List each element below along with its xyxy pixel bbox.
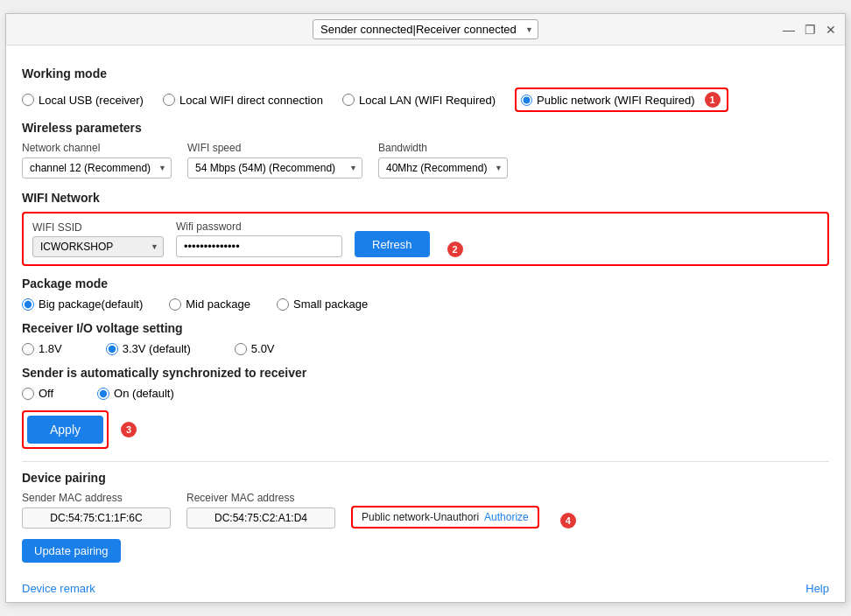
bandwidth-select-wrap[interactable]: 40Mhz (Recommend) — [378, 158, 508, 178]
voltage-section: Receiver I/O voltage setting 1.8V 3.3V (… — [22, 321, 829, 355]
ssid-select-wrap[interactable]: ICWORKSHOP — [32, 236, 164, 257]
voltage-3v3[interactable]: 3.3V (default) — [106, 342, 191, 355]
public-network-label: Public network (WIFI Required) — [537, 94, 695, 107]
wifi-speed-select-wrap[interactable]: 54 Mbps (54M) (Recommend) — [187, 158, 362, 178]
package-mode-title: Package mode — [22, 276, 829, 290]
sync-on[interactable]: On (default) — [97, 387, 174, 400]
update-pairing-button[interactable]: Update pairing — [22, 539, 121, 563]
public-network-radio[interactable] — [521, 94, 532, 106]
bandwidth-select[interactable]: 40Mhz (Recommend) — [378, 158, 508, 178]
device-remark-link[interactable]: Device remark — [22, 582, 95, 595]
wifi-password-input[interactable] — [176, 235, 342, 257]
wireless-param-row: Network channel channel 12 (Recommend) W… — [22, 142, 829, 178]
apply-button[interactable]: Apply — [27, 416, 103, 444]
receiver-mac-input[interactable] — [186, 508, 335, 528]
voltage-title: Receiver I/O voltage setting — [22, 321, 829, 335]
working-mode-local-usb[interactable]: Local USB (receiver) — [22, 94, 144, 107]
local-lan-radio[interactable] — [342, 94, 355, 106]
wifi-password-label: Wifi password — [176, 220, 342, 233]
v33-label: 3.3V (default) — [123, 342, 191, 355]
working-mode-section: Working mode Local USB (receiver) Local … — [22, 66, 829, 112]
working-mode-options: Local USB (receiver) Local WIFI direct c… — [22, 88, 829, 112]
package-mode-options: Big package(default) Mid package Small p… — [22, 298, 829, 311]
minimize-button[interactable]: — — [782, 23, 796, 37]
wifi-speed-label: WIFI speed — [187, 142, 362, 154]
package-mode-section: Package mode Big package(default) Mid pa… — [22, 276, 829, 311]
status-select[interactable]: Sender connected|Receiver connected — [313, 19, 538, 39]
v50-radio[interactable] — [235, 343, 247, 355]
apply-box: Apply — [22, 410, 109, 449]
ssid-field: WIFI SSID ICWORKSHOP — [32, 221, 164, 257]
close-button[interactable]: ✕ — [824, 23, 838, 37]
voltage-options: 1.8V 3.3V (default) 5.0V — [22, 342, 829, 355]
v18-label: 1.8V — [39, 342, 62, 355]
local-usb-radio[interactable] — [22, 94, 34, 106]
local-usb-label: Local USB (receiver) — [39, 94, 144, 107]
auth-status-box: Public network-Unauthori Authorize — [351, 506, 539, 528]
help-link[interactable]: Help — [805, 582, 829, 595]
device-pairing-badge: 4 — [560, 513, 576, 528]
wireless-params-section: Wireless parameters Network channel chan… — [22, 121, 829, 178]
footer: Device remark Help — [6, 578, 845, 602]
voltage-1v8[interactable]: 1.8V — [22, 342, 62, 355]
device-pairing-section: Device pairing Sender MAC address Receiv… — [22, 461, 829, 570]
small-package-label: Small package — [293, 298, 368, 311]
receiver-mac-field: Receiver MAC address — [186, 492, 335, 528]
local-lan-label: Local LAN (WIFI Required) — [359, 94, 496, 107]
sync-off-radio[interactable] — [22, 388, 34, 400]
sync-options: Off On (default) — [22, 387, 829, 400]
main-window: Sender connected|Receiver connected — ❐ … — [5, 13, 846, 603]
sync-section: Sender is automatically synchronized to … — [22, 366, 829, 400]
wifi-network-badge: 2 — [447, 242, 463, 257]
network-channel-select-wrap[interactable]: channel 12 (Recommend) — [22, 158, 172, 178]
refresh-button[interactable]: Refresh — [355, 231, 430, 257]
package-big[interactable]: Big package(default) — [22, 298, 143, 311]
mid-package-radio[interactable] — [169, 298, 181, 311]
status-select-wrap[interactable]: Sender connected|Receiver connected — [313, 19, 538, 39]
v18-radio[interactable] — [22, 343, 34, 355]
bandwidth-field: Bandwidth 40Mhz (Recommend) — [378, 142, 508, 178]
content: Working mode Local USB (receiver) Local … — [6, 46, 845, 578]
auth-status-text: Public network-Unauthori — [362, 511, 479, 523]
sync-on-radio[interactable] — [97, 388, 109, 400]
sender-mac-label: Sender MAC address — [22, 492, 171, 504]
local-wifi-label: Local WIFI direct connection — [179, 94, 323, 107]
titlebar: Sender connected|Receiver connected — ❐ … — [6, 14, 845, 46]
working-mode-public-network-wrapper: Public network (WIFI Required) 1 — [515, 88, 728, 112]
bandwidth-label: Bandwidth — [378, 142, 508, 154]
sync-on-label: On (default) — [114, 387, 174, 400]
package-small[interactable]: Small package — [277, 298, 368, 311]
big-package-radio[interactable] — [22, 298, 34, 311]
sync-off-label: Off — [39, 387, 53, 400]
wifi-speed-select[interactable]: 54 Mbps (54M) (Recommend) — [187, 158, 362, 178]
ssid-label: WIFI SSID — [32, 221, 164, 234]
sync-off[interactable]: Off — [22, 387, 53, 400]
window-controls: — ❐ ✕ — [782, 23, 838, 37]
wifi-speed-field: WIFI speed 54 Mbps (54M) (Recommend) — [187, 142, 362, 178]
wifi-password-field: Wifi password — [176, 220, 342, 257]
apply-badge: 3 — [121, 422, 137, 438]
wireless-params-title: Wireless parameters — [22, 121, 829, 135]
working-mode-title: Working mode — [22, 66, 829, 80]
mac-row: Sender MAC address Receiver MAC address … — [22, 492, 829, 528]
local-wifi-radio[interactable] — [163, 94, 175, 106]
v50-label: 5.0V — [251, 342, 275, 355]
device-pairing-title: Device pairing — [22, 471, 829, 485]
sender-mac-input[interactable] — [22, 508, 171, 528]
maximize-button[interactable]: ❐ — [803, 23, 817, 37]
wifi-network-row: WIFI SSID ICWORKSHOP Wifi password Refre… — [32, 220, 819, 257]
wifi-network-title: WIFI Network — [22, 191, 829, 205]
ssid-select[interactable]: ICWORKSHOP — [32, 236, 164, 257]
package-mid[interactable]: Mid package — [169, 298, 250, 311]
mid-package-label: Mid package — [186, 298, 250, 311]
working-mode-local-wifi[interactable]: Local WIFI direct connection — [163, 94, 323, 107]
wifi-network-box: WIFI SSID ICWORKSHOP Wifi password Refre… — [22, 212, 829, 266]
authorize-link[interactable]: Authorize — [484, 511, 529, 523]
v33-radio[interactable] — [106, 343, 118, 355]
small-package-radio[interactable] — [277, 298, 289, 311]
network-channel-select[interactable]: channel 12 (Recommend) — [22, 158, 172, 178]
voltage-5v0[interactable]: 5.0V — [235, 342, 275, 355]
receiver-mac-label: Receiver MAC address — [186, 492, 335, 504]
big-package-label: Big package(default) — [39, 298, 143, 311]
working-mode-local-lan[interactable]: Local LAN (WIFI Required) — [342, 94, 496, 107]
